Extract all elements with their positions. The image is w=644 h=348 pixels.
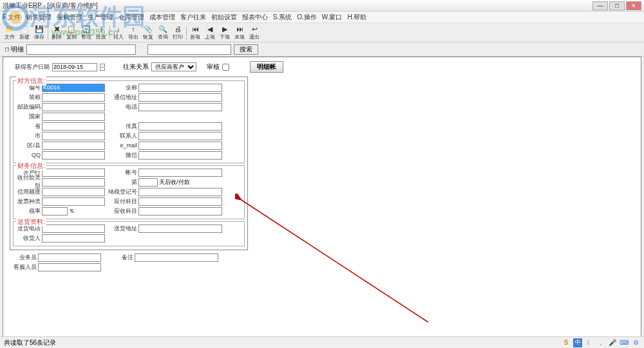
status-text: 共读取了56条记录	[4, 338, 56, 347]
save-button[interactable]: 💾保存	[32, 24, 46, 41]
shi-input[interactable]	[42, 132, 105, 140]
new-icon: 📄	[20, 25, 29, 33]
relation-select[interactable]: 供应商客户	[151, 62, 196, 71]
first-button[interactable]: ⏮首项	[188, 24, 202, 41]
fapiao-label: 发票种类	[16, 197, 41, 206]
yewu-input[interactable]	[38, 253, 101, 262]
detail-ledger-button[interactable]: 明细帐	[250, 61, 283, 73]
paste-button[interactable]: 📎恢复	[141, 24, 155, 41]
menu-item-9[interactable]: S.系统	[273, 13, 292, 22]
menu-item-7[interactable]: 初始设置	[211, 13, 237, 22]
quxian-input[interactable]	[42, 142, 105, 150]
exit-button[interactable]: ↩退出	[247, 24, 261, 41]
lianxi-label: 联系人	[106, 132, 137, 140]
search-filter-input[interactable]	[26, 44, 136, 55]
yingshou-input[interactable]	[138, 207, 222, 215]
bianhao-input[interactable]	[42, 84, 105, 92]
chuanzhen-label: 传真	[106, 122, 137, 131]
next-icon: ▶	[220, 25, 229, 33]
menu-item-8[interactable]: 报表中心	[242, 13, 268, 22]
tongxin-label: 通信地址	[106, 93, 137, 102]
tongxin-input[interactable]	[138, 93, 222, 102]
new-button[interactable]: 📄新建	[17, 24, 32, 41]
search-input[interactable]	[147, 44, 231, 55]
search-button[interactable]: 搜索	[234, 44, 258, 55]
jiancheng-label: 简称	[16, 93, 41, 102]
email-input[interactable]	[138, 142, 222, 150]
menu-item-6[interactable]: 客户往来	[180, 13, 206, 22]
dianhua-input[interactable]	[138, 103, 222, 111]
qq-input[interactable]	[42, 151, 105, 160]
kaihu-input[interactable]	[42, 169, 105, 177]
kefu-input[interactable]	[38, 263, 101, 271]
print-button[interactable]: 🖨打印	[171, 24, 185, 41]
tray-s-icon[interactable]: S	[562, 338, 571, 347]
jiancheng-input[interactable]	[42, 93, 105, 102]
toolbar-label: 新建	[19, 33, 30, 41]
zhanghao-input[interactable]	[138, 169, 222, 177]
quancheng-label: 全称	[106, 84, 137, 92]
last-button[interactable]: ⏭末项	[232, 24, 247, 41]
youzheng-input[interactable]	[42, 103, 105, 111]
menu-bar: F.文件销售管理采购管理生产管理仓库管理成本管理客户往来初始设置报表中心S.系统…	[0, 12, 644, 23]
next-button[interactable]: ▶下项	[218, 24, 232, 41]
yingfu-input[interactable]	[138, 197, 222, 206]
save-icon: 💾	[35, 25, 44, 33]
songhuo-dz-input[interactable]	[138, 224, 222, 233]
tray-mic-icon[interactable]: 🎤	[608, 338, 617, 347]
menu-item-10[interactable]: O.操作	[297, 13, 317, 22]
weixin-label: 微信	[106, 151, 137, 160]
minimize-button[interactable]: —	[592, 1, 608, 10]
menu-item-0[interactable]: F.文件	[3, 13, 21, 22]
shuilv-input[interactable]	[42, 207, 68, 215]
menu-item-5[interactable]: 成本管理	[149, 13, 175, 22]
menu-item-1[interactable]: 销售管理	[26, 13, 52, 22]
audit-label: 审核	[207, 62, 220, 71]
weixin-input[interactable]	[138, 151, 222, 160]
fapiao-input[interactable]	[42, 197, 105, 206]
beizhu-input[interactable]	[135, 253, 218, 262]
guojia-input[interactable]	[42, 113, 105, 121]
songhuo-dh-input[interactable]	[42, 224, 105, 233]
tray-ime-icon[interactable]: 中	[573, 338, 582, 347]
toolbar-label: 导出	[128, 33, 138, 41]
import-button[interactable]: ↓转入	[111, 24, 126, 41]
files-button[interactable]: 📁文件	[3, 24, 17, 41]
export-button[interactable]: ↑导出	[126, 24, 140, 41]
close-button[interactable]: ✕	[626, 1, 641, 10]
menu-item-4[interactable]: 仓库管理	[118, 13, 144, 22]
date-spinner-icon[interactable]: ÷	[100, 64, 105, 71]
shouhuo-input[interactable]	[42, 234, 105, 243]
toolbar-separator	[109, 26, 110, 40]
tray-comma-icon[interactable]: ，	[596, 338, 605, 347]
shoufu-input[interactable]	[42, 178, 105, 187]
prev-button[interactable]: ◀上项	[203, 24, 217, 41]
audit-checkbox[interactable]	[222, 64, 229, 71]
nashui-input[interactable]	[138, 188, 222, 196]
maximize-button[interactable]: □	[609, 1, 625, 10]
tray-gear-icon[interactable]: ⚙	[631, 338, 640, 347]
tray-keyboard-icon[interactable]: ⌨	[620, 338, 629, 347]
chuanzhen-input[interactable]	[138, 122, 222, 131]
refresh-button[interactable]: 🔄整理	[79, 24, 93, 41]
menu-item-12[interactable]: H.帮助	[347, 13, 366, 22]
menu-item-2[interactable]: 采购管理	[57, 13, 82, 22]
xinyong-input[interactable]	[42, 188, 105, 196]
lianxi-input[interactable]	[138, 132, 222, 140]
dianhua-label: 电话	[106, 103, 137, 111]
paste-icon: 📎	[144, 25, 153, 33]
menu-item-3[interactable]: 生产管理	[88, 13, 113, 22]
quancheng-input[interactable]	[138, 84, 222, 92]
sheng-label: 省	[16, 122, 41, 131]
sheng-input[interactable]	[42, 122, 105, 131]
batch-button[interactable]: ⫴批改	[94, 24, 108, 41]
search-button[interactable]: 🔍查询	[156, 24, 170, 41]
date-input[interactable]	[52, 63, 97, 71]
copy-button[interactable]: 📋复制	[64, 24, 79, 41]
delete-button[interactable]: ✖删除	[50, 24, 64, 41]
menu-item-11[interactable]: W.窗口	[322, 13, 343, 22]
tray-moon-icon[interactable]: ☾	[585, 338, 594, 347]
window-title: 洪獭工业ERP - [供应商/客户维护]	[3, 1, 592, 10]
system-tray: S 中 ☾ ， 🎤 ⌨ ⚙	[562, 338, 640, 347]
di-input[interactable]	[138, 178, 158, 187]
